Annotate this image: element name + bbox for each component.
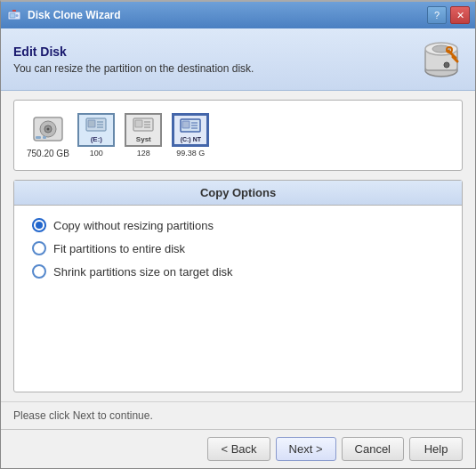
partition-sys-box: Syst (125, 113, 162, 147)
svg-rect-1 (10, 13, 15, 18)
main-window: Disk Clone Wizard ? ✕ Edit Disk You can … (0, 0, 476, 469)
partition-sys-label: 128 (137, 149, 150, 158)
help-title-button[interactable]: ? (427, 6, 447, 24)
svg-rect-30 (182, 121, 190, 128)
disk-preview: 750.20 GB (E:) 100 (13, 100, 463, 171)
content-area: 750.20 GB (E:) 100 (1, 91, 475, 401)
copy-options-section: Copy Options Copy without resizing parti… (13, 180, 463, 392)
partition-e-box: (E:) (77, 113, 115, 147)
header-section: Edit Disk You can resize the partition o… (1, 28, 475, 91)
copy-options-body: Copy without resizing partitions Fit par… (14, 206, 462, 291)
partition-sys[interactable]: Syst 128 (124, 113, 164, 158)
svg-rect-20 (88, 120, 95, 127)
copy-options-header: Copy Options (14, 181, 462, 206)
disk-size-label: 750.20 GB (27, 149, 69, 158)
disk-icon-item: 750.20 GB (27, 113, 69, 158)
window-title: Disk Clone Wizard (28, 9, 427, 21)
option-no-resize-label: Copy without resizing partitions (53, 219, 214, 232)
svg-point-9 (444, 62, 449, 68)
svg-point-2 (16, 14, 19, 17)
radio-fit-disk[interactable] (32, 241, 46, 255)
partition-c-box: (C:) NT (172, 113, 209, 147)
button-bar: < Back Next > Cancel Help (1, 429, 475, 468)
partition-e[interactable]: (E:) 100 (77, 113, 117, 158)
hard-disk-icon (31, 113, 65, 147)
option-shrink[interactable]: Shrink partitions size on target disk (32, 264, 444, 279)
title-controls: ? ✕ (427, 6, 470, 24)
back-button[interactable]: < Back (207, 437, 270, 461)
page-subtitle: You can resize the partition on the dest… (13, 62, 254, 75)
footer-message: Please click Next to continue. (13, 409, 153, 422)
app-icon (6, 7, 22, 23)
partition-e-label: 100 (90, 149, 103, 158)
radio-no-resize[interactable] (32, 218, 46, 232)
option-fit-disk[interactable]: Fit partitions to entire disk (32, 241, 444, 255)
svg-rect-17 (36, 136, 41, 139)
radio-shrink[interactable] (32, 264, 46, 279)
svg-rect-25 (135, 120, 142, 127)
header-icon (420, 38, 463, 81)
footer-text: Please click Next to continue. (1, 401, 475, 429)
option-shrink-label: Shrink partitions size on target disk (53, 265, 233, 279)
help-button[interactable]: Help (409, 437, 463, 461)
cancel-button[interactable]: Cancel (342, 437, 404, 461)
svg-rect-18 (43, 136, 46, 139)
page-title: Edit Disk (13, 44, 254, 59)
next-button[interactable]: Next > (276, 437, 336, 461)
partition-c[interactable]: (C:) NT 99.38 G (171, 113, 211, 158)
svg-point-16 (46, 127, 49, 130)
close-button[interactable]: ✕ (450, 6, 470, 24)
title-bar: Disk Clone Wizard ? ✕ (1, 2, 475, 28)
option-no-resize[interactable]: Copy without resizing partitions (32, 218, 444, 232)
option-fit-disk-label: Fit partitions to entire disk (53, 242, 185, 255)
partition-c-label: 99.38 G (176, 149, 205, 158)
header-text: Edit Disk You can resize the partition o… (13, 44, 254, 75)
